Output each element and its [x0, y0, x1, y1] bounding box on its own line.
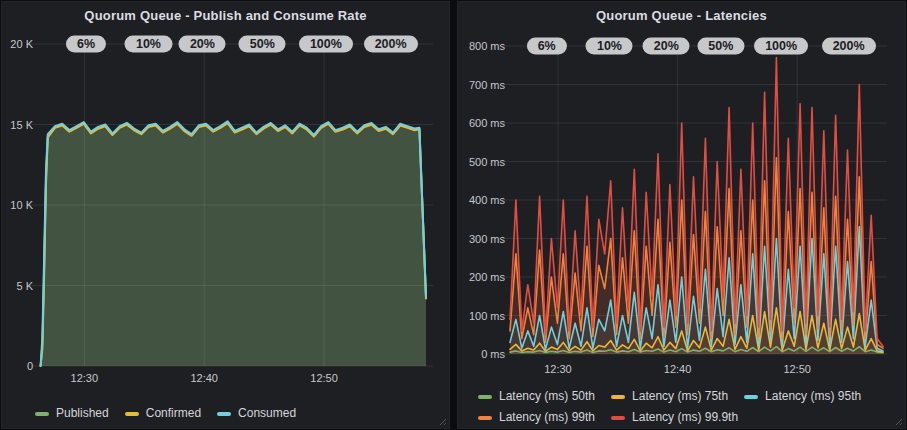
panel-resize-handle[interactable] [437, 416, 447, 426]
y-axis-tick-label: 10 K [2, 199, 33, 211]
y-axis-tick-label: 600 ms [458, 117, 505, 129]
y-axis-tick-label: 200 ms [458, 271, 505, 283]
legend-swatch-icon [125, 412, 139, 416]
legend-swatch-icon [744, 395, 758, 399]
legend-label: Latency (ms) 50th [499, 386, 595, 407]
legend-item-published[interactable]: Published [35, 403, 109, 424]
annotation-pill-200[interactable]: 200% [822, 38, 876, 55]
panel-publish-consume-rate: Quorum Queue - Publish and Consume Rate … [1, 1, 450, 429]
series-fill-consumed [41, 121, 426, 366]
y-axis-tick-label: 100 ms [458, 310, 505, 322]
panel-latencies: Quorum Queue - Latencies 6%10%20%50%100%… [457, 1, 906, 429]
x-axis-tick-label: 12:50 [783, 363, 811, 375]
chart-canvas[interactable] [2, 2, 451, 430]
annotation-pill-6[interactable]: 6% [527, 38, 567, 55]
legend-label: Consumed [238, 403, 296, 424]
y-axis-tick-label: 0 ms [458, 348, 505, 360]
legend-swatch-icon [611, 416, 625, 420]
annotation-pill-6[interactable]: 6% [66, 36, 106, 53]
legend-label: Latency (ms) 75th [632, 386, 728, 407]
x-axis-tick-label: 12:50 [310, 372, 338, 384]
y-axis-tick-label: 0 [2, 360, 33, 372]
legend-item-consumed[interactable]: Consumed [217, 403, 296, 424]
y-axis-tick-label: 400 ms [458, 194, 505, 206]
legend-item-latency-ms-50th[interactable]: Latency (ms) 50th [478, 386, 595, 407]
y-axis-tick-label: 20 K [2, 38, 33, 50]
legend: Latency (ms) 50thLatency (ms) 75thLatenc… [478, 386, 898, 428]
y-axis-tick-label: 15 K [2, 119, 33, 131]
annotation-pill-20[interactable]: 20% [643, 38, 690, 55]
legend-swatch-icon [611, 395, 625, 399]
annotation-pill-100[interactable]: 100% [299, 36, 353, 53]
y-axis-tick-label: 700 ms [458, 79, 505, 91]
annotation-pill-10[interactable]: 10% [586, 38, 633, 55]
annotation-pill-100[interactable]: 100% [754, 38, 808, 55]
x-axis-tick-label: 12:30 [71, 372, 99, 384]
legend-label: Published [56, 403, 109, 424]
legend-item-latency-ms-99th[interactable]: Latency (ms) 99th [478, 407, 595, 428]
x-axis-tick-label: 12:40 [664, 363, 692, 375]
y-axis-tick-label: 5 K [2, 280, 33, 292]
y-axis-tick-label: 300 ms [458, 233, 505, 245]
annotation-pill-20[interactable]: 20% [179, 36, 226, 53]
dashboard: { "panels": [ { "title": "Quorum Queue -… [0, 0, 907, 430]
legend-swatch-icon [35, 412, 49, 416]
legend-label: Latency (ms) 95th [765, 386, 861, 407]
y-axis-tick-label: 800 ms [458, 40, 505, 52]
legend-swatch-icon [478, 395, 492, 399]
legend-swatch-icon [478, 416, 492, 420]
x-axis-tick-label: 12:40 [190, 372, 218, 384]
legend-label: Confirmed [146, 403, 201, 424]
legend-item-confirmed[interactable]: Confirmed [125, 403, 201, 424]
annotation-pill-50[interactable]: 50% [697, 38, 744, 55]
legend-item-latency-ms-95th[interactable]: Latency (ms) 95th [744, 386, 861, 407]
legend-swatch-icon [217, 412, 231, 416]
legend-item-latency-ms-75th[interactable]: Latency (ms) 75th [611, 386, 728, 407]
annotation-pill-10[interactable]: 10% [125, 36, 172, 53]
panel-resize-handle[interactable] [893, 416, 903, 426]
x-axis-tick-label: 12:30 [544, 363, 572, 375]
y-axis-tick-label: 500 ms [458, 156, 505, 168]
annotation-pill-50[interactable]: 50% [239, 36, 286, 53]
legend-label: Latency (ms) 99.9th [632, 407, 738, 428]
legend-item-latency-ms-99-9th[interactable]: Latency (ms) 99.9th [611, 407, 738, 428]
legend-label: Latency (ms) 99th [499, 407, 595, 428]
annotation-pill-200[interactable]: 200% [364, 36, 418, 53]
legend: PublishedConfirmedConsumed [35, 403, 312, 424]
